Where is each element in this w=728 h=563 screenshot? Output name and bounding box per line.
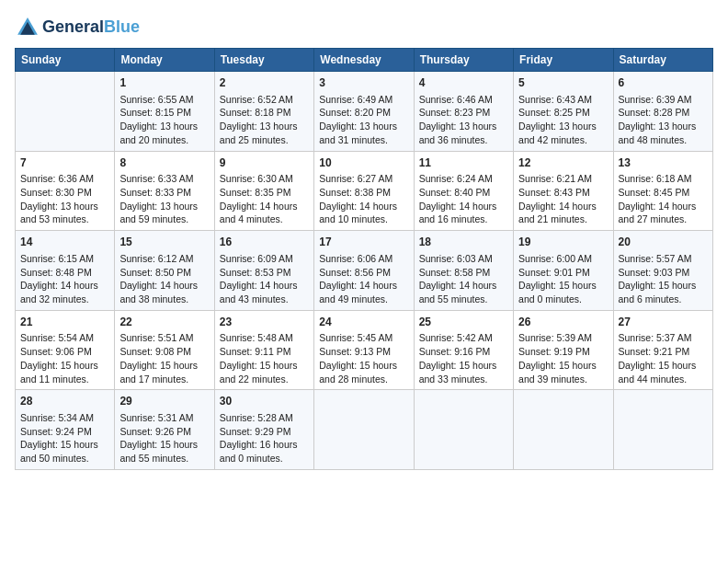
calendar-cell: 14Sunrise: 6:15 AM Sunset: 8:48 PM Dayli…	[16, 231, 115, 311]
day-info: Sunrise: 6:06 AM Sunset: 8:56 PM Dayligh…	[319, 253, 397, 304]
day-info: Sunrise: 6:12 AM Sunset: 8:50 PM Dayligh…	[119, 253, 198, 304]
logo-icon	[15, 15, 40, 40]
day-number: 13	[619, 155, 708, 171]
calendar-week-row: 21Sunrise: 5:54 AM Sunset: 9:06 PM Dayli…	[16, 310, 713, 390]
day-number: 20	[619, 235, 708, 250]
day-number: 26	[518, 315, 608, 330]
day-info: Sunrise: 5:51 AM Sunset: 9:08 PM Dayligh…	[119, 332, 198, 384]
day-info: Sunrise: 6:00 AM Sunset: 9:01 PM Dayligh…	[518, 253, 597, 304]
day-number: 14	[20, 235, 109, 250]
calendar-cell	[16, 72, 115, 152]
day-number: 16	[220, 235, 309, 250]
header-cell-friday: Friday	[514, 49, 613, 72]
page-header: GeneralBlue	[15, 15, 713, 40]
day-info: Sunrise: 6:24 AM Sunset: 8:40 PM Dayligh…	[419, 173, 497, 224]
logo: GeneralBlue	[15, 15, 140, 40]
day-number: 29	[119, 394, 209, 409]
day-number: 21	[20, 315, 109, 330]
calendar-week-row: 28Sunrise: 5:34 AM Sunset: 9:24 PM Dayli…	[16, 390, 713, 470]
day-info: Sunrise: 6:52 AM Sunset: 8:18 PM Dayligh…	[220, 94, 298, 145]
day-number: 19	[518, 235, 608, 250]
calendar-cell: 11Sunrise: 6:24 AM Sunset: 8:40 PM Dayli…	[414, 151, 513, 231]
day-info: Sunrise: 6:21 AM Sunset: 8:43 PM Dayligh…	[518, 173, 597, 224]
day-info: Sunrise: 5:37 AM Sunset: 9:21 PM Dayligh…	[619, 332, 697, 384]
calendar-week-row: 14Sunrise: 6:15 AM Sunset: 8:48 PM Dayli…	[16, 231, 713, 311]
calendar-cell	[613, 390, 712, 470]
logo-text: GeneralBlue	[42, 18, 140, 37]
calendar-cell: 3Sunrise: 6:49 AM Sunset: 8:20 PM Daylig…	[314, 72, 414, 152]
calendar-cell: 27Sunrise: 5:37 AM Sunset: 9:21 PM Dayli…	[613, 310, 712, 390]
calendar-cell: 7Sunrise: 6:36 AM Sunset: 8:30 PM Daylig…	[16, 151, 115, 231]
calendar-cell: 17Sunrise: 6:06 AM Sunset: 8:56 PM Dayli…	[314, 231, 414, 311]
header-cell-tuesday: Tuesday	[214, 49, 313, 72]
calendar-cell: 12Sunrise: 6:21 AM Sunset: 8:43 PM Dayli…	[514, 151, 613, 231]
day-number: 18	[419, 235, 508, 250]
day-info: Sunrise: 5:34 AM Sunset: 9:24 PM Dayligh…	[20, 412, 98, 464]
calendar-cell: 5Sunrise: 6:43 AM Sunset: 8:25 PM Daylig…	[514, 72, 613, 152]
calendar-cell: 30Sunrise: 5:28 AM Sunset: 9:29 PM Dayli…	[214, 390, 313, 470]
header-cell-monday: Monday	[115, 49, 214, 72]
day-info: Sunrise: 6:55 AM Sunset: 8:15 PM Dayligh…	[119, 94, 198, 145]
day-info: Sunrise: 6:18 AM Sunset: 8:45 PM Dayligh…	[619, 173, 697, 224]
day-info: Sunrise: 6:36 AM Sunset: 8:30 PM Dayligh…	[20, 173, 98, 224]
day-info: Sunrise: 6:27 AM Sunset: 8:38 PM Dayligh…	[319, 173, 397, 224]
day-number: 22	[119, 315, 209, 330]
day-number: 1	[119, 75, 209, 91]
calendar-cell: 18Sunrise: 6:03 AM Sunset: 8:58 PM Dayli…	[414, 231, 513, 311]
day-info: Sunrise: 6:15 AM Sunset: 8:48 PM Dayligh…	[20, 253, 98, 304]
day-number: 3	[319, 75, 408, 91]
day-number: 25	[419, 315, 508, 330]
day-number: 15	[119, 235, 209, 250]
day-info: Sunrise: 6:43 AM Sunset: 8:25 PM Dayligh…	[518, 94, 597, 145]
calendar-cell: 9Sunrise: 6:30 AM Sunset: 8:35 PM Daylig…	[214, 151, 313, 231]
calendar-cell: 19Sunrise: 6:00 AM Sunset: 9:01 PM Dayli…	[514, 231, 613, 311]
day-number: 17	[319, 235, 408, 250]
day-info: Sunrise: 5:57 AM Sunset: 9:03 PM Dayligh…	[619, 253, 697, 304]
calendar-cell: 28Sunrise: 5:34 AM Sunset: 9:24 PM Dayli…	[16, 390, 115, 470]
calendar-week-row: 7Sunrise: 6:36 AM Sunset: 8:30 PM Daylig…	[16, 151, 713, 231]
calendar-cell: 16Sunrise: 6:09 AM Sunset: 8:53 PM Dayli…	[214, 231, 313, 311]
calendar-cell: 2Sunrise: 6:52 AM Sunset: 8:18 PM Daylig…	[214, 72, 313, 152]
calendar-cell: 20Sunrise: 5:57 AM Sunset: 9:03 PM Dayli…	[613, 231, 712, 311]
day-number: 5	[518, 75, 608, 91]
day-number: 12	[518, 155, 608, 171]
header-cell-sunday: Sunday	[16, 49, 115, 72]
day-number: 8	[119, 155, 209, 171]
day-number: 23	[220, 315, 309, 330]
day-number: 2	[220, 75, 309, 91]
header-cell-saturday: Saturday	[613, 49, 712, 72]
calendar-cell: 23Sunrise: 5:48 AM Sunset: 9:11 PM Dayli…	[214, 310, 313, 390]
calendar-cell: 8Sunrise: 6:33 AM Sunset: 8:33 PM Daylig…	[115, 151, 214, 231]
day-info: Sunrise: 5:31 AM Sunset: 9:26 PM Dayligh…	[119, 412, 198, 464]
day-info: Sunrise: 5:54 AM Sunset: 9:06 PM Dayligh…	[20, 332, 98, 384]
calendar-cell: 21Sunrise: 5:54 AM Sunset: 9:06 PM Dayli…	[16, 310, 115, 390]
day-info: Sunrise: 6:39 AM Sunset: 8:28 PM Dayligh…	[619, 94, 697, 145]
calendar-week-row: 1Sunrise: 6:55 AM Sunset: 8:15 PM Daylig…	[16, 72, 713, 152]
calendar-cell: 25Sunrise: 5:42 AM Sunset: 9:16 PM Dayli…	[414, 310, 513, 390]
day-number: 10	[319, 155, 408, 171]
calendar-table: SundayMondayTuesdayWednesdayThursdayFrid…	[15, 48, 713, 470]
day-number: 27	[619, 315, 708, 330]
day-number: 11	[419, 155, 508, 171]
day-number: 28	[20, 394, 109, 409]
day-info: Sunrise: 5:42 AM Sunset: 9:16 PM Dayligh…	[419, 332, 497, 384]
day-info: Sunrise: 6:03 AM Sunset: 8:58 PM Dayligh…	[419, 253, 497, 304]
calendar-cell: 22Sunrise: 5:51 AM Sunset: 9:08 PM Dayli…	[115, 310, 214, 390]
calendar-cell: 6Sunrise: 6:39 AM Sunset: 8:28 PM Daylig…	[613, 72, 712, 152]
calendar-cell: 13Sunrise: 6:18 AM Sunset: 8:45 PM Dayli…	[613, 151, 712, 231]
calendar-cell: 15Sunrise: 6:12 AM Sunset: 8:50 PM Dayli…	[115, 231, 214, 311]
calendar-cell: 26Sunrise: 5:39 AM Sunset: 9:19 PM Dayli…	[514, 310, 613, 390]
day-info: Sunrise: 5:39 AM Sunset: 9:19 PM Dayligh…	[518, 332, 597, 384]
day-number: 7	[20, 155, 109, 171]
calendar-cell: 24Sunrise: 5:45 AM Sunset: 9:13 PM Dayli…	[314, 310, 414, 390]
day-number: 24	[319, 315, 408, 330]
day-number: 9	[220, 155, 309, 171]
header-cell-wednesday: Wednesday	[314, 49, 414, 72]
day-info: Sunrise: 6:33 AM Sunset: 8:33 PM Dayligh…	[119, 173, 198, 224]
day-info: Sunrise: 5:48 AM Sunset: 9:11 PM Dayligh…	[220, 332, 298, 384]
calendar-cell: 4Sunrise: 6:46 AM Sunset: 8:23 PM Daylig…	[414, 72, 513, 152]
day-info: Sunrise: 6:09 AM Sunset: 8:53 PM Dayligh…	[220, 253, 298, 304]
calendar-cell	[414, 390, 513, 470]
day-info: Sunrise: 6:30 AM Sunset: 8:35 PM Dayligh…	[220, 173, 298, 224]
calendar-cell	[514, 390, 613, 470]
